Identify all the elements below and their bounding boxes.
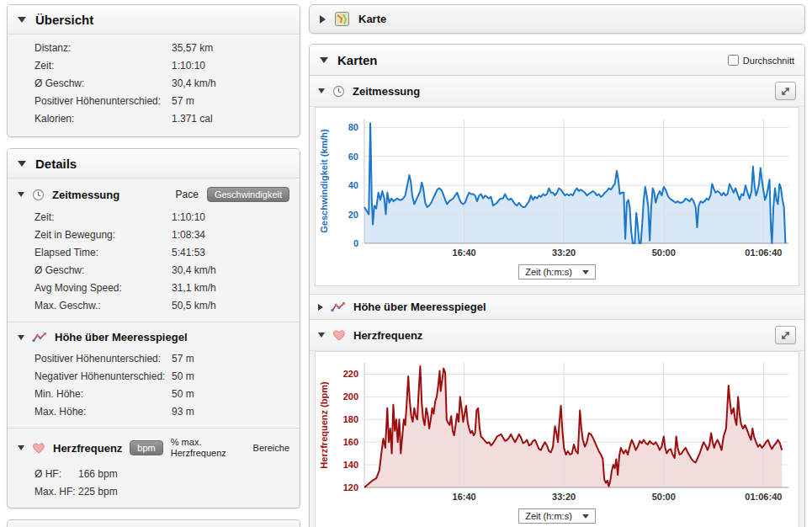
stat-row: Positiver Höhenunterschied:57 m	[8, 350, 300, 368]
svg-text:33:20: 33:20	[552, 492, 576, 502]
svg-text:60: 60	[348, 152, 358, 162]
elevation-icon	[331, 301, 346, 312]
stat-value: 1:08:34	[172, 229, 289, 242]
hr-rows: Ø HF:166 bpmMax. HF:225 bpm	[8, 466, 300, 501]
stat-value: 57 m	[172, 95, 289, 108]
stat-row: Max. HF:225 bpm	[8, 483, 300, 501]
elevation-chart-header[interactable]: Höhe über Meeresspiegel	[310, 294, 804, 320]
speed-chart[interactable]: 02040608016:4033:2050:0001:06:40Geschwin…	[317, 112, 797, 262]
expand-chart-button[interactable]	[775, 326, 796, 344]
details-elevation-section: Höhe über Meeresspiegel Positiver Höhenu…	[8, 322, 300, 428]
collapse-icon	[318, 88, 325, 93]
stat-label: Max. Höhe:	[34, 406, 172, 418]
hr-chart-area: 12014016018020022016:4033:2050:0001:06:4…	[315, 351, 799, 527]
elevation-chart-title: Höhe über Meeresspiegel	[353, 301, 486, 313]
stat-row: Distanz:35,57 km	[8, 40, 300, 57]
stat-value: 31,1 km/h	[172, 282, 289, 295]
stat-value: 93 m	[172, 406, 289, 418]
map-panel-title: Karte	[358, 13, 386, 25]
average-checkbox[interactable]	[728, 55, 739, 66]
stat-row: Max. Höhe:93 m	[8, 403, 300, 421]
bpm-toggle[interactable]: bpm	[130, 440, 162, 455]
expand-chart-button[interactable]	[775, 82, 796, 100]
elevation-icon	[32, 332, 47, 343]
expand-arrow-icon	[320, 15, 326, 24]
charts-panel-header[interactable]: Karten Durchschnitt	[310, 45, 804, 76]
svg-text:33:20: 33:20	[552, 248, 576, 258]
stat-label: Min. Höhe:	[34, 388, 172, 401]
stat-value: 50,5 km/h	[172, 300, 289, 312]
stat-label: Ø Geschw:	[34, 77, 172, 90]
collapse-icon	[18, 17, 26, 23]
stat-label: Max. HF:	[34, 486, 78, 498]
elevation-section-title: Höhe über Meeresspiegel	[55, 331, 188, 343]
details-hr-section: Herzfrequenz bpm % max. Herzfrequenz Ber…	[8, 428, 300, 508]
details-header[interactable]: Details	[8, 149, 300, 178]
pace-toggle[interactable]: Pace	[176, 189, 199, 200]
activity-page: Übersicht Distanz:35,57 kmZeit:1:10:10Ø …	[0, 0, 812, 527]
details-panel: Details Zeitmessung Pace Geschwindigkeit…	[7, 148, 300, 508]
map-icon	[335, 12, 349, 26]
average-checkbox-group[interactable]: Durchschnitt	[728, 55, 794, 66]
stat-value: 1.371 cal	[172, 113, 289, 125]
hr-chart-header[interactable]: Herzfrequenz	[310, 320, 804, 351]
zones-toggle[interactable]: Bereiche	[253, 443, 289, 453]
average-checkbox-label: Durchschnitt	[743, 56, 794, 66]
x-axis-dropdown[interactable]: Zeit (h:m:s)	[518, 264, 596, 279]
charts-panel: Karten Durchschnitt Zeitmessung 02040608…	[309, 44, 805, 527]
svg-text:0: 0	[353, 238, 358, 248]
x-axis-dropdown-value: Zeit (h:m:s)	[525, 511, 572, 521]
timing-section-header[interactable]: Zeitmessung Pace Geschwindigkeit	[8, 178, 300, 209]
stat-row: Negativer Höhenunterschied:50 m	[8, 368, 300, 386]
stat-label: Elapsed Time:	[34, 247, 172, 259]
clock-icon	[32, 189, 45, 201]
stat-value: 1:10:10	[172, 211, 289, 224]
next-panel-stub	[7, 519, 300, 527]
stat-row: Ø Geschw:30,4 km/h	[8, 75, 300, 93]
stat-label: Distanz:	[34, 42, 172, 55]
stat-label: Max. Geschw.:	[34, 300, 172, 312]
stat-row: Zeit in Bewegung:1:08:34	[8, 226, 300, 244]
percent-max-hr-toggle[interactable]: % max. Herzfrequenz	[171, 437, 240, 459]
stat-row: Kalorien:1.371 cal	[8, 110, 300, 128]
svg-text:50:00: 50:00	[652, 492, 676, 502]
speed-toggle[interactable]: Geschwindigkeit	[207, 187, 289, 202]
speed-chart-header[interactable]: Zeitmessung	[310, 76, 804, 107]
stat-value: 166 bpm	[78, 468, 289, 481]
stat-row: Avg Moving Speed:31,1 km/h	[8, 279, 300, 297]
hr-section-header[interactable]: Herzfrequenz bpm % max. Herzfrequenz Ber…	[8, 429, 300, 466]
svg-text:200: 200	[343, 391, 358, 402]
overview-header[interactable]: Übersicht	[8, 5, 300, 35]
svg-text:20: 20	[348, 210, 358, 220]
svg-text:01:06:40: 01:06:40	[745, 248, 782, 258]
stat-label: Zeit in Bewegung:	[34, 229, 172, 242]
overview-rows: Distanz:35,57 kmZeit:1:10:10Ø Geschw:30,…	[8, 35, 300, 136]
map-panel-header[interactable]: Karte	[309, 4, 805, 34]
stat-value: 5:41:53	[172, 247, 289, 259]
stat-row: Ø HF:166 bpm	[8, 466, 300, 483]
elevation-section-header[interactable]: Höhe über Meeresspiegel	[8, 322, 300, 350]
stat-row: Ø Geschw:30,4 km/h	[8, 262, 300, 279]
svg-text:120: 120	[343, 482, 358, 492]
svg-text:01:06:40: 01:06:40	[745, 492, 782, 502]
svg-text:180: 180	[343, 414, 358, 424]
stat-value: 35,57 km	[172, 42, 289, 55]
speed-chart-title: Zeitmessung	[353, 85, 420, 98]
svg-text:16:40: 16:40	[453, 492, 476, 502]
svg-text:80: 80	[348, 122, 358, 132]
stat-label: Zeit:	[34, 60, 172, 72]
collapse-icon	[18, 335, 24, 340]
heart-icon	[32, 442, 45, 454]
stat-value: 57 m	[172, 353, 289, 365]
hr-chart-title: Herzfrequenz	[353, 329, 422, 342]
svg-text:Geschwindigkeit (km/h): Geschwindigkeit (km/h)	[319, 129, 329, 233]
clock-icon	[332, 85, 345, 98]
x-axis-dropdown[interactable]: Zeit (h:m:s)	[518, 508, 596, 524]
stat-row: Positiver Höhenunterschied:57 m	[8, 93, 300, 110]
timing-rows: Zeit:1:10:10Zeit in Bewegung:1:08:34Elap…	[8, 209, 300, 315]
heart-icon	[332, 329, 346, 341]
stat-label: Positiver Höhenunterschied:	[34, 95, 172, 108]
hr-chart[interactable]: 12014016018020022016:4033:2050:0001:06:4…	[317, 356, 797, 506]
stat-value: 50 m	[172, 370, 289, 383]
hr-section-title: Herzfrequenz	[53, 442, 122, 455]
